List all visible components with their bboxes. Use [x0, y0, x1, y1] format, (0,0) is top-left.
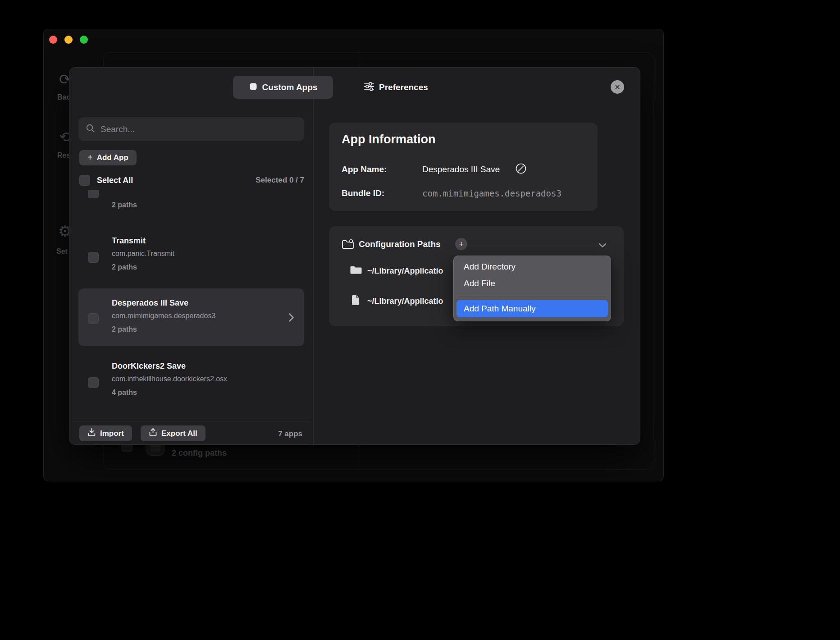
import-icon	[87, 428, 96, 439]
app-information-card: App Information App Name: Desperados III…	[329, 123, 598, 211]
modal-close-button[interactable]: ✕	[608, 78, 626, 96]
window-close-button[interactable]	[49, 36, 57, 44]
app-window: ⟳ Bac ⟲ Res ⚙ Set 2 config paths Custom …	[43, 29, 664, 481]
edit-pencil-icon[interactable]	[515, 162, 527, 177]
export-all-label: Export All	[161, 429, 197, 438]
export-all-button[interactable]: Export All	[141, 425, 205, 441]
app-paths: 2 paths	[112, 201, 137, 209]
menu-item-add-directory[interactable]: Add Directory	[464, 262, 516, 272]
panel-divider	[313, 68, 314, 445]
bundle-id-value: com.mimimigames.desperados3	[422, 188, 562, 198]
window-minimize-button[interactable]	[64, 36, 73, 44]
custom-apps-icon	[249, 82, 258, 93]
bundle-id-label: Bundle ID:	[342, 188, 384, 198]
app-information-title: App Information	[342, 133, 435, 146]
app-checkbox[interactable]	[88, 377, 99, 388]
chevron-right-icon	[288, 313, 294, 324]
add-path-menu: Add Directory Add File Add Path Manually	[453, 256, 611, 321]
app-checkbox[interactable]	[88, 252, 99, 263]
app-name-value: Desperados III Save	[422, 165, 500, 174]
select-all-checkbox[interactable]	[79, 175, 90, 186]
preferences-sliders-icon	[364, 82, 374, 93]
add-path-plus-button[interactable]: +	[455, 238, 467, 250]
app-paths: 2 paths	[112, 325, 137, 334]
search-box	[78, 117, 304, 141]
add-app-label: Add App	[97, 153, 128, 162]
export-icon	[149, 428, 157, 439]
menu-item-add-path-manually[interactable]: Add Path Manually	[457, 300, 608, 317]
list-item-selected[interactable]: Desperados III Save com.mimimigames.desp…	[78, 288, 304, 346]
menu-item-add-file[interactable]: Add File	[464, 279, 495, 288]
list-item[interactable]: Transmit com.panic.Transmit 2 paths	[78, 233, 304, 282]
custom-apps-modal: Custom Apps Preferences ✕	[69, 67, 640, 445]
search-icon	[86, 123, 95, 135]
select-all-row: Select All Selected 0 / 7	[79, 171, 304, 189]
search-input[interactable]	[100, 124, 290, 134]
app-bundle-id: com.inthekillhouse.doorkickers2.osx	[112, 375, 227, 383]
add-app-button[interactable]: + Add App	[79, 150, 137, 165]
close-icon: ✕	[611, 80, 624, 94]
tab-custom-apps-label: Custom Apps	[262, 82, 318, 92]
select-all-label: Select All	[97, 176, 133, 185]
configuration-paths-title: Configuration Paths	[359, 239, 441, 249]
app-bundle-id: com.mimimigames.desperados3	[112, 312, 215, 320]
app-name: Desperados III Save	[112, 298, 188, 308]
app-checkbox[interactable]	[88, 313, 99, 324]
app-checkbox[interactable]	[88, 190, 99, 198]
chevron-down-icon[interactable]	[598, 242, 607, 250]
tab-preferences-label: Preferences	[379, 82, 428, 92]
app-name-label: App Name:	[342, 165, 387, 174]
window-zoom-button[interactable]	[80, 36, 88, 44]
app-paths: 4 paths	[112, 389, 137, 397]
list-item[interactable]: DoorKickers2 Save com.inthekillhouse.doo…	[78, 358, 304, 407]
left-footer: Import Export All 7 apps	[69, 421, 313, 445]
tab-custom-apps[interactable]: Custom Apps	[233, 76, 333, 99]
tab-preferences[interactable]: Preferences	[364, 76, 428, 99]
import-button[interactable]: Import	[79, 425, 132, 441]
screen: ⟳ Bac ⟲ Res ⚙ Set 2 config paths Custom …	[0, 0, 840, 640]
app-list: 2 paths Transmit com.panic.Transmit 2 pa…	[78, 190, 304, 421]
plus-icon: +	[87, 153, 93, 162]
app-name: DoorKickers2 Save	[112, 361, 186, 371]
import-label: Import	[100, 429, 124, 438]
apps-count: 7 apps	[278, 430, 302, 439]
folder-gear-icon	[342, 239, 354, 251]
folder-icon	[350, 265, 362, 277]
app-bundle-id: com.panic.Transmit	[112, 250, 174, 258]
menu-separator	[457, 296, 607, 296]
app-name: Transmit	[112, 236, 146, 246]
file-icon	[351, 295, 360, 307]
list-item[interactable]: 2 paths	[78, 190, 304, 217]
selected-count: Selected 0 / 7	[256, 176, 304, 185]
app-paths: 2 paths	[112, 263, 137, 271]
